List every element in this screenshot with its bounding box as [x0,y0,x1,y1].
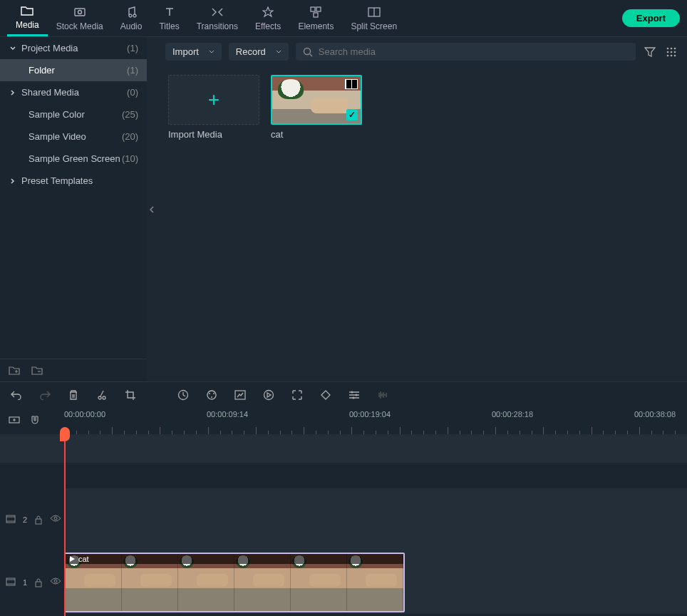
track-content[interactable] [64,488,687,551]
chevron-down-icon [276,50,281,53]
tab-stock-media[interactable]: Stock Media [48,0,112,36]
track-number: 1 [23,578,27,587]
delete-folder-icon[interactable] [31,365,43,376]
svg-point-14 [674,51,676,53]
tab-media[interactable]: Media [7,0,48,36]
top-toolbar: Media Stock Media Audio Titles Transitio… [0,0,687,37]
timeline: 2 1 cat [0,434,687,616]
svg-point-13 [671,51,673,53]
keyframe-icon[interactable] [319,389,332,401]
grid-view-icon[interactable] [664,45,678,59]
delete-icon[interactable] [67,389,80,401]
sidebar-item-count: (20) [122,131,138,142]
split-icon [368,6,381,19]
add-track-icon[interactable] [9,415,20,426]
sidebar-item-preset-templates[interactable]: Preset Templates [0,170,147,192]
sidebar-item-sample-color[interactable]: Sample Color(25) [0,103,147,125]
svg-point-12 [667,51,669,53]
new-folder-icon[interactable] [9,365,20,376]
svg-rect-38 [36,582,41,587]
play-icon [68,555,76,563]
svg-point-25 [264,390,274,399]
dropdown-label: Record [236,46,266,57]
sidebar-item-label: Folder [29,65,127,76]
sidebar-item-label: Sample Green Screen [29,153,122,164]
crop-icon[interactable] [124,389,137,401]
sidebar-item-sample-video[interactable]: Sample Video(20) [0,125,147,148]
svg-point-15 [667,54,669,56]
search-icon [303,47,313,57]
filmstrip-icon [6,515,16,525]
timeline-ruler[interactable]: 00:00:00:0000:00:09:1400:00:19:0400:00:2… [64,407,687,434]
chevron-right-icon [10,178,16,184]
svg-point-22 [213,393,215,394]
svg-point-10 [671,47,673,49]
tab-titles[interactable]: Titles [150,0,187,36]
split-icon[interactable] [95,389,108,401]
magnet-icon[interactable] [30,415,41,426]
dropdown-label: Import [172,46,199,57]
sidebar-item-count: (1) [127,43,138,53]
sidebar: Project Media(1)Folder(1)Shared Media(0)… [0,37,147,381]
green-screen-icon[interactable] [234,389,247,401]
clip-header: cat [66,554,403,564]
record-dropdown[interactable]: Record [229,43,289,61]
media-clip-cat[interactable]: ✓ cat [271,75,362,140]
ruler-time-label: 00:00:09:14 [207,410,248,419]
import-media-tile[interactable]: + Import Media [168,75,259,140]
svg-point-34 [54,517,57,520]
speed-icon[interactable] [177,389,190,401]
svg-point-26 [351,391,353,393]
eye-icon[interactable] [50,578,60,587]
timeline-clip-cat[interactable]: cat [64,553,405,612]
tab-effects[interactable]: Effects [247,0,289,36]
track-content[interactable]: cat [64,551,687,614]
keyframe-expand-icon[interactable] [291,389,304,401]
tab-label: Titles [159,21,179,31]
export-button[interactable]: Export [622,9,680,27]
lock-icon[interactable] [34,578,43,587]
svg-point-23 [211,396,212,398]
svg-rect-4 [314,13,318,17]
lock-icon[interactable] [34,515,43,525]
sidebar-item-folder[interactable]: Folder(1) [0,59,147,81]
svg-point-27 [356,394,358,396]
search-input[interactable] [319,46,629,57]
media-tile-label: Import Media [168,129,259,140]
plus-icon: + [208,88,219,111]
sidebar-item-shared-media[interactable]: Shared Media(0) [0,81,147,103]
sidebar-collapse-handle[interactable] [147,37,157,381]
motion-icon[interactable] [262,389,275,401]
marker-strip[interactable] [0,434,687,463]
svg-point-7 [304,48,310,54]
tab-elements[interactable]: Elements [289,0,342,36]
transitions-icon [211,6,224,19]
search-box[interactable] [296,43,636,61]
tab-audio[interactable]: Audio [112,0,151,36]
sidebar-item-project-media[interactable]: Project Media(1) [0,37,147,59]
import-thumbnail: + [168,75,259,125]
tab-split-screen[interactable]: Split Screen [342,0,406,36]
checkmark-icon: ✓ [346,109,358,120]
color-icon[interactable] [205,389,218,401]
sidebar-bottom-bar [0,359,147,381]
tab-label: Split Screen [351,21,397,31]
track-header: 2 [0,488,64,551]
import-dropdown[interactable]: Import [165,43,222,61]
tab-transitions[interactable]: Transitions [188,0,247,36]
adjust-icon[interactable] [348,389,361,401]
ruler-time-label: 00:00:38:08 [634,410,676,419]
svg-rect-0 [75,9,85,16]
track-number: 2 [23,515,27,524]
sidebar-item-label: Shared Media [21,87,127,98]
tab-label: Effects [255,21,281,31]
eye-icon[interactable] [50,515,60,525]
timeline-ruler-row: 00:00:00:0000:00:09:1400:00:19:0400:00:2… [0,407,687,434]
svg-point-18 [98,396,101,399]
svg-rect-3 [316,7,321,11]
playhead[interactable] [64,434,66,616]
sidebar-item-sample-green-screen[interactable]: Sample Green Screen(10) [0,148,147,170]
filter-icon[interactable] [643,45,657,59]
svg-line-8 [310,54,312,56]
undo-icon[interactable] [10,389,23,401]
